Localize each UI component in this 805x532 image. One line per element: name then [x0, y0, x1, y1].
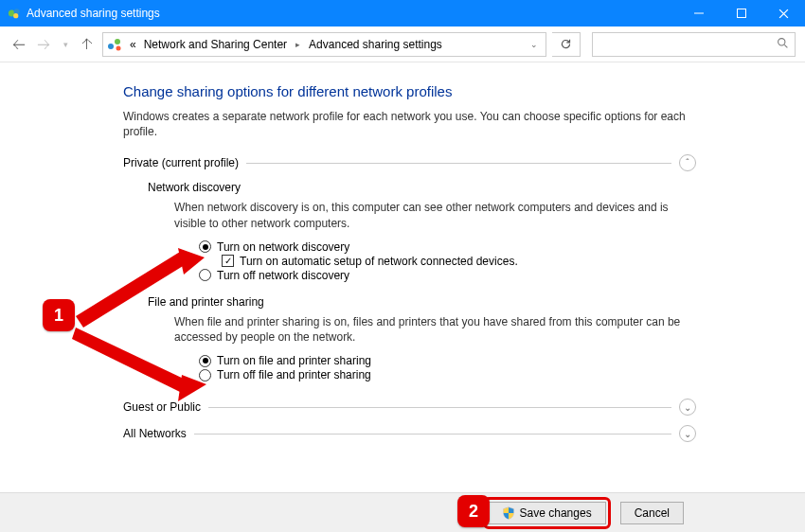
save-button-label: Save changes — [520, 506, 592, 520]
search-box[interactable] — [592, 32, 796, 57]
uac-shield-icon — [502, 506, 515, 520]
section-guest-label: Guest or Public — [123, 400, 201, 414]
radio-net-discovery-on[interactable]: Turn on network discovery — [199, 240, 696, 254]
cancel-button[interactable]: Cancel — [620, 502, 684, 524]
section-allnets-header[interactable]: All Networks ⌄ — [123, 425, 696, 442]
section-private-header[interactable]: Private (current profile) ˆ — [123, 154, 696, 171]
svg-line-9 — [784, 44, 787, 47]
radio-label: Turn on network discovery — [217, 240, 349, 254]
section-private-label: Private (current profile) — [123, 156, 239, 169]
up-button[interactable]: 🡡 — [78, 33, 97, 56]
network-discovery-desc: When network discovery is on, this compu… — [174, 200, 696, 230]
file-printer-desc: When file and printer sharing is on, fil… — [174, 314, 696, 345]
radio-label: Turn off file and printer sharing — [217, 368, 371, 381]
radio-icon — [199, 240, 211, 253]
nav-toolbar: 🡠 🡢 ▾ 🡡 « Network and Sharing Center ▸ A… — [0, 27, 805, 62]
control-panel-icon — [8, 7, 21, 20]
close-button[interactable] — [762, 0, 805, 27]
forward-button[interactable]: 🡢 — [34, 33, 53, 56]
page-intro: Windows creates a separate network profi… — [123, 109, 696, 139]
chevron-right-icon[interactable]: ▸ — [293, 40, 303, 49]
subsection-network-discovery: Network discovery When network discovery… — [148, 181, 696, 281]
cancel-button-label: Cancel — [635, 506, 670, 520]
radio-file-printer-on[interactable]: Turn on file and printer sharing — [199, 354, 696, 367]
breadcrumb-root-hint: « — [128, 38, 138, 51]
expand-icon[interactable]: ⌄ — [679, 399, 696, 416]
page-heading: Change sharing options for different net… — [123, 83, 696, 99]
svg-point-5 — [108, 44, 114, 49]
checkbox-auto-setup[interactable]: ✓ Turn on automatic setup of network con… — [222, 255, 696, 268]
footer-bar: Save changes Cancel — [0, 492, 805, 532]
save-changes-button[interactable]: Save changes — [488, 502, 606, 524]
subsection-file-printer: File and printer sharing When file and p… — [148, 295, 696, 381]
svg-point-8 — [778, 38, 785, 44]
address-bar[interactable]: « Network and Sharing Center ▸ Advanced … — [102, 32, 546, 57]
svg-point-6 — [115, 39, 120, 44]
radio-icon — [199, 355, 211, 367]
section-allnets-label: All Networks — [123, 427, 187, 440]
svg-rect-3 — [694, 13, 704, 14]
breadcrumb-item-advanced-sharing[interactable]: Advanced sharing settings — [307, 38, 444, 51]
maximize-button[interactable] — [720, 0, 762, 27]
radio-file-printer-off[interactable]: Turn off file and printer sharing — [199, 368, 696, 381]
radio-label: Turn on file and printer sharing — [217, 354, 371, 367]
search-icon — [777, 37, 789, 52]
radio-net-discovery-off[interactable]: Turn off network discovery — [199, 269, 696, 282]
history-dropdown[interactable]: ▾ — [59, 40, 72, 49]
network-discovery-title: Network discovery — [148, 181, 696, 194]
radio-icon — [199, 269, 211, 281]
titlebar: Advanced sharing settings — [0, 0, 805, 27]
checkbox-icon: ✓ — [222, 255, 234, 267]
radio-icon — [199, 369, 211, 381]
svg-rect-4 — [737, 9, 745, 18]
network-icon — [107, 37, 124, 52]
window-title: Advanced sharing settings — [27, 7, 160, 20]
breadcrumb-item-network-center[interactable]: Network and Sharing Center — [142, 38, 289, 51]
svg-point-2 — [13, 13, 18, 18]
collapse-icon[interactable]: ˆ — [679, 154, 696, 171]
content-area: Change sharing options for different net… — [0, 62, 805, 492]
svg-point-7 — [116, 45, 121, 50]
section-guest-header[interactable]: Guest or Public ⌄ — [123, 399, 696, 416]
back-button[interactable]: 🡠 — [9, 33, 28, 56]
annotation-highlight-save: Save changes — [483, 497, 611, 529]
checkbox-label: Turn on automatic setup of network conne… — [240, 255, 518, 268]
expand-icon[interactable]: ⌄ — [679, 425, 696, 442]
refresh-button[interactable] — [552, 32, 581, 57]
radio-label: Turn off network discovery — [217, 269, 349, 282]
address-dropdown[interactable]: ⌄ — [527, 40, 542, 49]
file-printer-title: File and printer sharing — [148, 295, 696, 309]
minimize-button[interactable] — [677, 0, 720, 27]
